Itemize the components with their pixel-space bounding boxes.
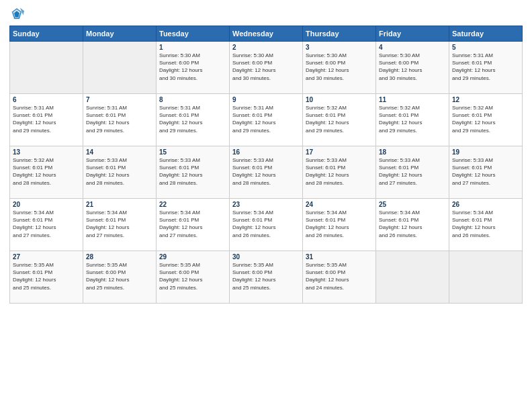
- day-info: Sunrise: 5:34 AM Sunset: 6:01 PM Dayligh…: [159, 209, 226, 239]
- calendar-cell: 29Sunrise: 5:35 AM Sunset: 6:00 PM Dayli…: [157, 251, 230, 304]
- calendar-week-4: 20Sunrise: 5:34 AM Sunset: 6:01 PM Dayli…: [10, 199, 523, 251]
- calendar-cell: 12Sunrise: 5:32 AM Sunset: 6:01 PM Dayli…: [449, 94, 523, 146]
- day-number: 30: [232, 253, 300, 261]
- day-info: Sunrise: 5:35 AM Sunset: 6:00 PM Dayligh…: [232, 261, 300, 291]
- day-info: Sunrise: 5:31 AM Sunset: 6:01 PM Dayligh…: [232, 104, 300, 134]
- day-number: 16: [232, 148, 300, 156]
- calendar-table: SundayMondayTuesdayWednesdayThursdayFrid…: [9, 26, 523, 304]
- calendar-cell: [10, 42, 83, 94]
- calendar-cell: 16Sunrise: 5:33 AM Sunset: 6:01 PM Dayli…: [230, 146, 303, 199]
- day-number: 18: [379, 148, 446, 156]
- day-number: 8: [159, 96, 226, 103]
- day-info: Sunrise: 5:31 AM Sunset: 6:01 PM Dayligh…: [86, 104, 153, 134]
- calendar-cell: 23Sunrise: 5:34 AM Sunset: 6:01 PM Dayli…: [230, 199, 303, 251]
- day-number: 2: [232, 44, 300, 51]
- calendar-cell: 1Sunrise: 5:30 AM Sunset: 6:00 PM Daylig…: [157, 42, 230, 94]
- day-number: 11: [379, 96, 446, 103]
- day-info: Sunrise: 5:32 AM Sunset: 6:01 PM Dayligh…: [13, 156, 80, 187]
- day-info: Sunrise: 5:30 AM Sunset: 6:00 PM Dayligh…: [379, 52, 446, 82]
- column-header-sunday: Sunday: [10, 26, 83, 42]
- column-header-wednesday: Wednesday: [230, 26, 303, 42]
- day-number: 5: [452, 44, 519, 51]
- calendar-week-1: 1Sunrise: 5:30 AM Sunset: 6:00 PM Daylig…: [10, 42, 523, 94]
- calendar-week-3: 13Sunrise: 5:32 AM Sunset: 6:01 PM Dayli…: [10, 146, 523, 199]
- header: [9, 7, 523, 21]
- day-info: Sunrise: 5:34 AM Sunset: 6:01 PM Dayligh…: [13, 209, 80, 239]
- day-number: 26: [452, 201, 519, 208]
- logo: [9, 7, 27, 21]
- day-number: 23: [232, 201, 300, 208]
- day-info: Sunrise: 5:31 AM Sunset: 6:01 PM Dayligh…: [13, 104, 80, 134]
- day-number: 29: [159, 253, 226, 261]
- calendar-cell: 31Sunrise: 5:35 AM Sunset: 6:00 PM Dayli…: [303, 251, 376, 304]
- calendar-header-row: SundayMondayTuesdayWednesdayThursdayFrid…: [10, 26, 523, 42]
- calendar-cell: 19Sunrise: 5:33 AM Sunset: 6:01 PM Dayli…: [449, 146, 523, 199]
- day-number: 22: [159, 201, 226, 208]
- calendar-cell: 5Sunrise: 5:31 AM Sunset: 6:01 PM Daylig…: [449, 42, 523, 94]
- day-info: Sunrise: 5:33 AM Sunset: 6:01 PM Dayligh…: [232, 156, 300, 187]
- day-info: Sunrise: 5:31 AM Sunset: 6:01 PM Dayligh…: [159, 104, 226, 134]
- day-number: 9: [232, 96, 300, 103]
- day-number: 31: [306, 253, 373, 261]
- calendar-cell: 27Sunrise: 5:35 AM Sunset: 6:01 PM Dayli…: [10, 251, 83, 304]
- page-container: SundayMondayTuesdayWednesdayThursdayFrid…: [0, 0, 532, 411]
- day-info: Sunrise: 5:34 AM Sunset: 6:01 PM Dayligh…: [306, 209, 373, 239]
- day-info: Sunrise: 5:33 AM Sunset: 6:01 PM Dayligh…: [452, 156, 519, 187]
- calendar-cell: 25Sunrise: 5:34 AM Sunset: 6:01 PM Dayli…: [376, 199, 449, 251]
- calendar-week-2: 6Sunrise: 5:31 AM Sunset: 6:01 PM Daylig…: [10, 94, 523, 146]
- day-info: Sunrise: 5:33 AM Sunset: 6:01 PM Dayligh…: [159, 156, 226, 187]
- day-number: 28: [86, 253, 153, 261]
- calendar-week-5: 27Sunrise: 5:35 AM Sunset: 6:01 PM Dayli…: [10, 251, 523, 304]
- calendar-cell: 14Sunrise: 5:33 AM Sunset: 6:01 PM Dayli…: [83, 146, 157, 199]
- day-info: Sunrise: 5:33 AM Sunset: 6:01 PM Dayligh…: [306, 156, 373, 187]
- calendar-cell: 8Sunrise: 5:31 AM Sunset: 6:01 PM Daylig…: [157, 94, 230, 146]
- calendar-cell: 21Sunrise: 5:34 AM Sunset: 6:01 PM Dayli…: [83, 199, 157, 251]
- calendar-cell: 9Sunrise: 5:31 AM Sunset: 6:01 PM Daylig…: [230, 94, 303, 146]
- day-number: 27: [13, 253, 80, 261]
- calendar-cell: 20Sunrise: 5:34 AM Sunset: 6:01 PM Dayli…: [10, 199, 83, 251]
- day-info: Sunrise: 5:34 AM Sunset: 6:01 PM Dayligh…: [232, 209, 300, 239]
- day-info: Sunrise: 5:33 AM Sunset: 6:01 PM Dayligh…: [86, 156, 153, 187]
- day-number: 17: [306, 148, 373, 156]
- day-info: Sunrise: 5:32 AM Sunset: 6:01 PM Dayligh…: [306, 104, 373, 134]
- calendar-cell: 10Sunrise: 5:32 AM Sunset: 6:01 PM Dayli…: [303, 94, 376, 146]
- day-info: Sunrise: 5:30 AM Sunset: 6:00 PM Dayligh…: [232, 52, 300, 82]
- day-number: 4: [379, 44, 446, 51]
- column-header-tuesday: Tuesday: [157, 26, 230, 42]
- day-info: Sunrise: 5:33 AM Sunset: 6:01 PM Dayligh…: [379, 156, 446, 187]
- calendar-cell: 17Sunrise: 5:33 AM Sunset: 6:01 PM Dayli…: [303, 146, 376, 199]
- day-info: Sunrise: 5:30 AM Sunset: 6:00 PM Dayligh…: [159, 52, 226, 82]
- column-header-friday: Friday: [376, 26, 449, 42]
- day-info: Sunrise: 5:32 AM Sunset: 6:01 PM Dayligh…: [379, 104, 446, 134]
- day-number: 14: [86, 148, 153, 156]
- calendar-body: 1Sunrise: 5:30 AM Sunset: 6:00 PM Daylig…: [10, 42, 523, 304]
- calendar-cell: 4Sunrise: 5:30 AM Sunset: 6:00 PM Daylig…: [376, 42, 449, 94]
- calendar-cell: 28Sunrise: 5:35 AM Sunset: 6:00 PM Dayli…: [83, 251, 157, 304]
- day-number: 13: [13, 148, 80, 156]
- day-number: 1: [159, 44, 226, 51]
- day-number: 20: [13, 201, 80, 208]
- column-header-thursday: Thursday: [303, 26, 376, 42]
- day-info: Sunrise: 5:34 AM Sunset: 6:01 PM Dayligh…: [452, 209, 519, 239]
- day-number: 12: [452, 96, 519, 103]
- day-number: 25: [379, 201, 446, 208]
- calendar-cell: 26Sunrise: 5:34 AM Sunset: 6:01 PM Dayli…: [449, 199, 523, 251]
- day-info: Sunrise: 5:30 AM Sunset: 6:00 PM Dayligh…: [306, 52, 373, 82]
- column-header-saturday: Saturday: [449, 26, 523, 42]
- calendar-cell: 13Sunrise: 5:32 AM Sunset: 6:01 PM Dayli…: [10, 146, 83, 199]
- calendar-cell: 30Sunrise: 5:35 AM Sunset: 6:00 PM Dayli…: [230, 251, 303, 304]
- day-info: Sunrise: 5:34 AM Sunset: 6:01 PM Dayligh…: [379, 209, 446, 239]
- day-number: 3: [306, 44, 373, 51]
- day-info: Sunrise: 5:32 AM Sunset: 6:01 PM Dayligh…: [452, 104, 519, 134]
- day-info: Sunrise: 5:35 AM Sunset: 6:01 PM Dayligh…: [13, 261, 80, 291]
- calendar-cell: 2Sunrise: 5:30 AM Sunset: 6:00 PM Daylig…: [230, 42, 303, 94]
- calendar-cell: [449, 251, 523, 304]
- day-number: 7: [86, 96, 153, 103]
- day-info: Sunrise: 5:35 AM Sunset: 6:00 PM Dayligh…: [159, 261, 226, 291]
- day-number: 21: [86, 201, 153, 208]
- calendar-cell: 3Sunrise: 5:30 AM Sunset: 6:00 PM Daylig…: [303, 42, 376, 94]
- day-info: Sunrise: 5:35 AM Sunset: 6:00 PM Dayligh…: [86, 261, 153, 291]
- calendar-cell: [83, 42, 157, 94]
- calendar-cell: 7Sunrise: 5:31 AM Sunset: 6:01 PM Daylig…: [83, 94, 157, 146]
- calendar-cell: 24Sunrise: 5:34 AM Sunset: 6:01 PM Dayli…: [303, 199, 376, 251]
